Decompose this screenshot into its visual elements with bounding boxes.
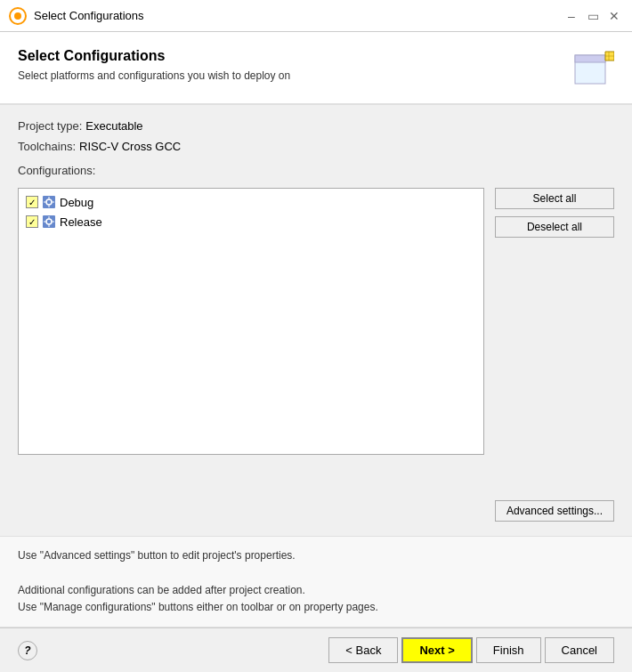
list-item[interactable]: ✓ Debug [22, 192, 480, 212]
config-name: Debug [60, 196, 93, 209]
dialog-title: Select Configurations [18, 48, 290, 64]
minimize-button[interactable]: – [563, 7, 580, 25]
footer-line1: Use "Advanced settings" button to edit p… [18, 547, 614, 564]
project-type-value: Executable [85, 119, 142, 133]
project-type-row: Project type: Executable [18, 119, 614, 133]
list-item[interactable]: ✓ Release [22, 212, 480, 231]
svg-point-1 [14, 12, 21, 20]
toolchains-label: Toolchains: [18, 140, 76, 153]
window-title: Select Configurations [34, 9, 144, 22]
back-button[interactable]: < Back [328, 637, 398, 663]
config-type-icon [42, 195, 56, 209]
deselect-all-button[interactable]: Deselect all [495, 216, 614, 238]
maximize-button[interactable]: ▭ [584, 7, 602, 25]
dialog-subtitle: Select platforms and configurations you … [18, 69, 290, 82]
dialog-content: Project type: Executable Toolchains: RIS… [0, 105, 632, 536]
footer-info: Use "Advanced settings" button to edit p… [0, 536, 632, 627]
configurations-area: ✓ Debug✓ Release Select all Deselect all… [18, 188, 614, 522]
help-button[interactable]: ? [18, 641, 37, 660]
config-type-icon [42, 215, 56, 229]
toolchains-value: RISC-V Cross GCC [79, 140, 181, 153]
footer-line3: Use "Manage configurations" buttons eith… [18, 599, 614, 616]
cancel-button[interactable]: Cancel [545, 637, 614, 663]
configurations-label: Configurations: [18, 164, 614, 177]
footer-line2: Additional configurations can be added a… [18, 582, 614, 599]
app-icon [9, 7, 27, 25]
next-button[interactable]: Next > [401, 637, 472, 663]
configurations-buttons: Select all Deselect all Advanced setting… [495, 188, 614, 522]
close-button[interactable]: ✕ [605, 7, 623, 25]
project-type-label: Project type: [18, 119, 82, 133]
config-checkbox[interactable]: ✓ [26, 196, 38, 208]
toolchains-row: Toolchains: RISC-V Cross GCC [18, 140, 614, 153]
nav-buttons-bar: ? < Back Next > Finish Cancel [0, 627, 632, 672]
advanced-settings-button[interactable]: Advanced settings... [495, 500, 614, 522]
title-bar: Select Configurations – ▭ ✕ [0, 0, 632, 32]
svg-rect-3 [575, 55, 605, 62]
dialog-header: Select Configurations Select platforms a… [0, 32, 632, 105]
config-name: Release [60, 215, 102, 229]
finish-button[interactable]: Finish [476, 637, 541, 663]
select-all-button[interactable]: Select all [495, 188, 614, 209]
config-checkbox[interactable]: ✓ [26, 215, 38, 228]
configurations-list: ✓ Debug✓ Release [18, 188, 484, 455]
wizard-icon [571, 48, 614, 91]
